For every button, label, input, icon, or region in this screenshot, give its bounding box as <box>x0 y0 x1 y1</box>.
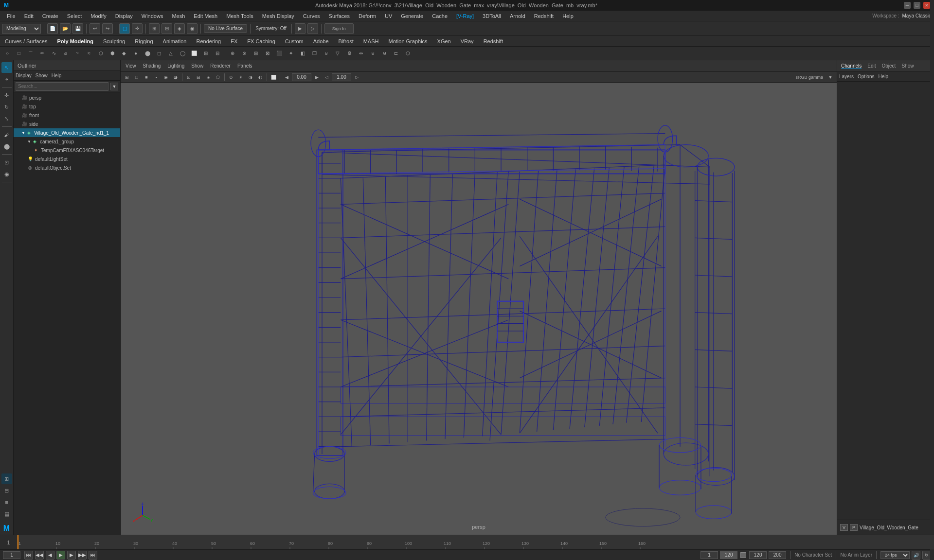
display-toggle1[interactable]: ⊟ <box>1 485 12 496</box>
menu-select[interactable]: Select <box>63 12 86 20</box>
tool-cube[interactable]: ◻ <box>154 48 164 59</box>
menu-edit-mesh[interactable]: Edit Mesh <box>190 12 221 20</box>
menu-mesh-display[interactable]: Mesh Display <box>258 12 298 20</box>
tree-item-persp[interactable]: 🎥 persp <box>14 93 120 102</box>
prev-key-btn[interactable]: ◀◀ <box>35 551 44 560</box>
vp-icon-cam-texture[interactable]: ▪ <box>152 73 161 82</box>
tool-extrude[interactable]: ⬡ <box>95 48 106 59</box>
tool-boolean[interactable]: ⊎ <box>321 48 331 59</box>
tree-item-village-gate[interactable]: ▼ ◈ Village_Old_Wooden_Gate_nd1_1 <box>14 128 120 137</box>
close-btn[interactable]: ✕ <box>923 2 930 9</box>
tool-pen[interactable]: ✏ <box>37 48 48 59</box>
tool-circle[interactable]: ○ <box>2 48 13 59</box>
vp-icon-cam-wire[interactable]: □ <box>132 73 141 82</box>
redo-btn[interactable]: ↪ <box>102 23 113 34</box>
tool-cylinder[interactable]: ⬤ <box>142 48 153 59</box>
tree-item-tempcam[interactable]: ✦ TempCamFBXASC046Target <box>14 146 120 155</box>
next-key-btn[interactable]: ▶▶ <box>78 551 87 560</box>
vp-icon-hud[interactable]: ⬜ <box>269 73 278 82</box>
current-frame-input[interactable] <box>3 551 20 559</box>
menu-surfaces[interactable]: Surfaces <box>325 12 354 20</box>
tool-square[interactable]: □ <box>14 48 24 59</box>
rp-tab-channels[interactable]: Channels <box>841 63 862 69</box>
snap3-btn[interactable]: ◈ <box>174 23 185 34</box>
menu-curves[interactable]: Curves <box>299 12 324 20</box>
tool-combine[interactable]: ⊌ <box>367 48 378 59</box>
range-end-input[interactable] <box>720 551 737 559</box>
outliner-help-menu[interactable]: Help <box>52 73 62 78</box>
vp-icon-isolate[interactable]: ⊙ <box>227 73 235 82</box>
tool-curve3[interactable]: ~ <box>72 48 83 59</box>
layer-visibility-btn[interactable]: V <box>840 524 848 531</box>
shelf-poly-modeling[interactable]: Poly Modeling <box>55 37 95 45</box>
tool-bevel[interactable]: ⬢ <box>107 48 118 59</box>
menu-edit[interactable]: Edit <box>20 12 37 20</box>
goto-start-btn[interactable]: ⏮ <box>24 551 33 560</box>
shelf-mash[interactable]: MASH <box>361 37 381 45</box>
timeline-ruler[interactable]: 1 10 20 30 40 50 60 70 80 90 100 110 120 <box>18 535 934 549</box>
menu-deform[interactable]: Deform <box>355 12 380 20</box>
mode-selector[interactable]: Modeling <box>2 24 41 34</box>
vp-exposure-value[interactable] <box>292 73 311 81</box>
undo-btn[interactable]: ↩ <box>90 23 100 34</box>
vp-menu-renderer[interactable]: Renderer <box>208 62 233 70</box>
tool-fill-hole[interactable]: ⬛ <box>274 48 285 59</box>
tool-mirror[interactable]: ⇔ <box>356 48 366 59</box>
shelf-custom[interactable]: Custom <box>283 37 305 45</box>
goto-end-btn[interactable]: ⏭ <box>89 551 97 560</box>
soft-select-btn[interactable]: ◉ <box>1 169 12 179</box>
menu-windows[interactable]: Windows <box>138 12 167 20</box>
menu-modify[interactable]: Modify <box>87 12 110 20</box>
tree-item-front[interactable]: 🎥 front <box>14 111 120 120</box>
next-frame-btn[interactable]: ▶ <box>67 551 76 560</box>
tool-reduce[interactable]: ▽ <box>332 48 343 59</box>
audio-btn[interactable]: 🔊 <box>912 551 920 560</box>
render1-btn[interactable]: ▶ <box>295 23 305 34</box>
minimize-btn[interactable]: ─ <box>904 2 911 9</box>
tree-item-side[interactable]: 🎥 side <box>14 120 120 128</box>
range-start-input[interactable] <box>700 551 718 559</box>
rp-tab-object[interactable]: Object <box>882 63 896 69</box>
sculpt-btn[interactable]: ⬤ <box>1 141 12 152</box>
rp-tab-edit[interactable]: Edit <box>867 63 876 69</box>
sign-in-btn[interactable]: Sign In <box>324 23 354 34</box>
vp-menu-view[interactable]: View <box>124 62 138 70</box>
vp-icon-cam-solid[interactable]: ■ <box>142 73 151 82</box>
vp-icon-cam-shadow[interactable]: ◕ <box>171 73 180 82</box>
move-tool-btn[interactable]: ✛ <box>1 90 12 101</box>
shelf-motion-graphics[interactable]: Motion Graphics <box>386 37 429 45</box>
rp-menu-layers[interactable]: Layers <box>839 74 854 79</box>
shelf-animation[interactable]: Animation <box>161 37 189 45</box>
tool-delete-edge[interactable]: ⊠ <box>262 48 273 59</box>
shelf-redshift[interactable]: Redshift <box>482 37 505 45</box>
lasso-select-btn[interactable]: ⌖ <box>1 74 12 85</box>
vp-menu-panels[interactable]: Panels <box>235 62 254 70</box>
vp-menu-lighting[interactable]: Lighting <box>165 62 186 70</box>
no-live-surface-btn[interactable]: No Live Surface <box>204 24 247 33</box>
tool-split[interactable]: ⊗ <box>239 48 250 59</box>
tool-separate[interactable]: ⊍ <box>379 48 390 59</box>
tree-item-camera1-group[interactable]: ▼ ◈ camera1_group <box>14 137 120 146</box>
menu-file[interactable]: File <box>3 12 19 20</box>
playhead[interactable] <box>18 535 18 549</box>
snap2-btn[interactable]: ⊟ <box>162 23 172 34</box>
rp-menu-help[interactable]: Help <box>878 74 888 79</box>
tool-merge[interactable]: ⊕ <box>227 48 238 59</box>
vp-icon-gamma-up[interactable]: ▷ <box>352 73 361 82</box>
layer-pickable-btn[interactable]: P <box>850 524 858 531</box>
vp-icon-exposure-up[interactable]: ▶ <box>312 73 321 82</box>
vp-icon-cam-light[interactable]: ◉ <box>162 73 170 82</box>
menu-create[interactable]: Create <box>38 12 62 20</box>
tool-curve4[interactable]: ≈ <box>84 48 94 59</box>
maximize-btn[interactable]: □ <box>914 2 920 9</box>
menu-generate[interactable]: Generate <box>397 12 427 20</box>
tool-sphere[interactable]: ● <box>130 48 141 59</box>
shelf-vray[interactable]: VRay <box>459 37 476 45</box>
scene-end-input[interactable] <box>769 551 786 559</box>
menu-cache[interactable]: Cache <box>428 12 451 20</box>
rotate-tool-btn[interactable]: ↻ <box>1 102 12 112</box>
menu-vray[interactable]: [V-Ray] <box>452 12 478 20</box>
tree-item-defaultobjectset[interactable]: ◎ defaultObjectSet <box>14 163 120 172</box>
tree-item-defaultlightset[interactable]: 💡 defaultLightSet <box>14 155 120 163</box>
paint-btn[interactable]: 🖌 <box>1 129 12 140</box>
